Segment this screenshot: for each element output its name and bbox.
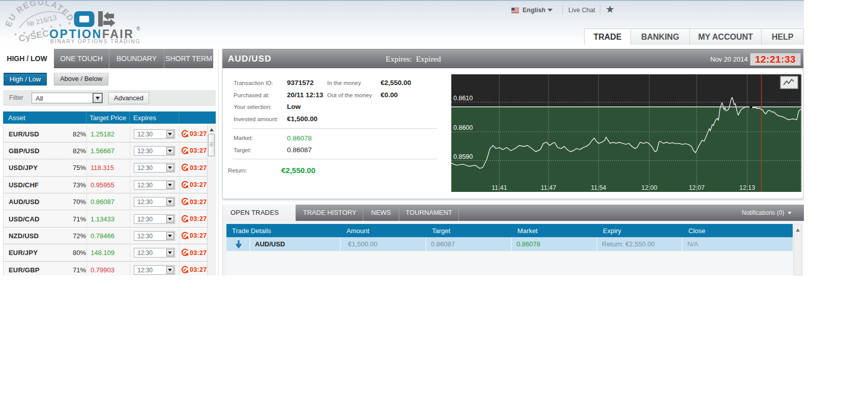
svg-text:12:00: 12:00 (642, 184, 657, 191)
svg-text:12:13: 12:13 (739, 184, 755, 191)
svg-text:★: ★ (23, 31, 26, 35)
svg-text:11:54: 11:54 (591, 184, 606, 191)
svg-text:★: ★ (14, 32, 17, 37)
svg-text:★: ★ (59, 23, 62, 27)
svg-text:0.8610: 0.8610 (453, 95, 473, 102)
svg-text:0.8600: 0.8600 (453, 124, 473, 131)
svg-text:®: ® (136, 26, 140, 32)
svg-text:★: ★ (32, 29, 36, 34)
svg-text:12:07: 12:07 (689, 184, 705, 191)
svg-text:★: ★ (41, 26, 45, 31)
svg-text:11:41: 11:41 (491, 184, 507, 191)
svg-text:0.8590: 0.8590 (453, 153, 473, 160)
svg-text:BINARY OPTIONS TRADING: BINARY OPTIONS TRADING (50, 39, 140, 44)
svg-text:★: ★ (68, 21, 71, 25)
svg-text:11:47: 11:47 (541, 184, 556, 191)
